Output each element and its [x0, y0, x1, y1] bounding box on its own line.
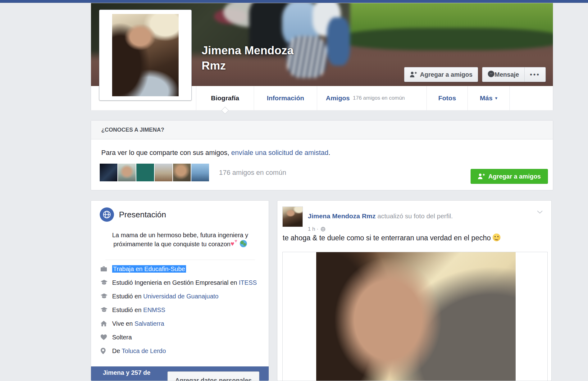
add-friend-label: Agregar a amigos: [488, 173, 541, 180]
friend-request-card-body: Para ver lo que comparte con sus amigos,…: [91, 139, 553, 190]
tab-amigos-mutual-count: 176 amigos en común: [353, 95, 405, 101]
friend-request-sentence: Para ver lo que comparte con sus amigos,…: [101, 149, 330, 157]
mutual-friends-row: 176 amigos en común: [100, 164, 286, 181]
profile-action-buttons: Agregar a amigos Mensaje •••: [404, 67, 546, 82]
active-tab-notch: [221, 107, 229, 114]
profile-name: Jimena Mendoza Rmz: [202, 43, 294, 73]
intro-item-hometown[interactable]: De Toluca de Lerdo: [91, 346, 269, 356]
intro-footer-text: Jimena y 257 de: [103, 369, 150, 376]
graduation-cap-icon: [100, 292, 108, 301]
tab-informacion[interactable]: Información: [254, 86, 317, 110]
graduation-cap-icon: [100, 278, 108, 287]
post-menu-chevron[interactable]: [537, 209, 543, 215]
post-text: te ahoga & te duele como si te enterrara…: [283, 234, 544, 242]
intro-item-education[interactable]: Estudió en Universidad de Guanajuato: [91, 292, 269, 301]
friend-request-card: ¿CONOCES A JIMENA? Para ver lo que compa…: [91, 120, 553, 190]
intro-details-list: Trabaja en Educafin-Sube Estudió Ingenie…: [91, 264, 269, 360]
add-friend-label: Agregar a amigos: [420, 71, 472, 78]
tab-informacion-label: Información: [267, 94, 304, 102]
city-link[interactable]: Salvatierra: [134, 320, 164, 327]
message-label: Mensaje: [495, 71, 519, 78]
tab-amigos[interactable]: Amigos 176 amigos en común: [317, 86, 426, 110]
add-friend-icon: [410, 71, 417, 78]
profile-picture-frame[interactable]: [99, 10, 192, 101]
messenger-icon: [488, 70, 495, 79]
mutual-friend-photo[interactable]: [173, 164, 191, 181]
profile-picture: [112, 14, 179, 96]
mutual-friend-photo[interactable]: [100, 164, 117, 181]
tab-amigos-label: Amigos: [326, 94, 350, 102]
post-author-link[interactable]: Jimena Mendoza Rmz: [308, 212, 376, 220]
post-author-avatar[interactable]: [282, 206, 303, 227]
tab-mas-label: Más: [480, 94, 493, 102]
mutual-friend-photo[interactable]: [191, 164, 209, 181]
send-friend-request-link[interactable]: envíale una solicitud de amistad: [231, 149, 328, 156]
tab-mas-dropdown[interactable]: Más ▾: [467, 86, 510, 110]
school-link[interactable]: ITESS: [239, 279, 257, 286]
tab-fotos[interactable]: Fotos: [426, 86, 467, 110]
tab-biografia[interactable]: Biografía: [196, 86, 254, 110]
add-friend-icon: [478, 173, 485, 179]
post-action-text: actualizó su foto del perfil.: [376, 212, 453, 220]
divider: [105, 260, 255, 260]
mutual-friend-photo[interactable]: [118, 164, 136, 181]
add-friend-button-green[interactable]: Agregar a amigos: [471, 169, 548, 184]
post-header: Jimena Mendoza Rmz actualizó su foto del…: [308, 212, 453, 220]
mutual-friend-photo[interactable]: [136, 164, 154, 181]
globe-emoji: [240, 240, 247, 247]
mutual-friends-count: 176 amigos en común: [219, 169, 286, 177]
school-link[interactable]: Universidad de Guanajuato: [143, 293, 218, 300]
friend-request-card-header: ¿CONOCES A JIMENA?: [91, 120, 553, 139]
post-card: Jimena Mendoza Rmz actualizó su foto del…: [277, 200, 552, 381]
chevron-down-icon: ▾: [495, 95, 498, 101]
tab-fotos-label: Fotos: [438, 94, 456, 102]
intro-item-work[interactable]: Trabaja en Educafin-Sube: [91, 264, 269, 274]
school-link[interactable]: ENMSS: [143, 306, 165, 313]
hometown-link[interactable]: Toluca de Lerdo: [122, 347, 166, 354]
confused-face-emoji: [493, 234, 500, 241]
post-photo: [316, 252, 516, 381]
privacy-globe-icon: [321, 227, 326, 232]
globe-icon: [100, 207, 114, 222]
message-button[interactable]: Mensaje: [482, 67, 524, 82]
two-hearts-emoji: ♥♥: [230, 240, 240, 247]
post-timestamp[interactable]: 1 h ·: [308, 226, 326, 232]
tab-biografia-label: Biografía: [211, 94, 239, 102]
add-friend-button[interactable]: Agregar a amigos: [404, 67, 478, 82]
graduation-cap-icon: [100, 305, 108, 315]
mutual-friend-photo[interactable]: [155, 164, 172, 181]
intro-card: Presentación La mama de un hermoso bebe,…: [91, 200, 269, 381]
location-pin-icon: [100, 346, 108, 356]
facebook-profile-page: { "colors": { "topbar_blue": "#3a5795", …: [0, 0, 588, 381]
intro-item-education[interactable]: Estudió Ingenieria en Gestión Empresaria…: [91, 278, 269, 287]
briefcase-icon: [100, 264, 108, 274]
intro-card-header: Presentación: [100, 207, 166, 222]
intro-bio-text: La mama de un hermoso bebe, futura ingen…: [100, 231, 260, 249]
intro-item-relationship[interactable]: Soltera: [91, 333, 269, 342]
intro-card-title: Presentación: [119, 210, 166, 220]
more-options-button[interactable]: •••: [524, 67, 545, 82]
intro-footer-bar: Jimena y 257 de Agregar datos personales: [91, 366, 269, 381]
friend-request-card-title: ¿CONOCES A JIMENA?: [101, 127, 164, 133]
ellipsis-icon: •••: [530, 71, 540, 78]
add-personal-details-button[interactable]: Agregar datos personales: [167, 371, 259, 381]
mutual-friends-thumbnails: [100, 164, 210, 181]
selected-text: Trabaja en Educafin-Sube: [112, 265, 186, 273]
intro-item-education[interactable]: Estudió en ENMSS: [91, 305, 269, 315]
message-button-group: Mensaje •••: [482, 67, 546, 82]
facebook-top-navbar: [0, 0, 588, 3]
post-photo-container[interactable]: [282, 252, 548, 381]
intro-item-city[interactable]: Vive en Salvatierra: [91, 319, 269, 328]
home-icon: [100, 319, 108, 328]
heart-icon: [100, 333, 108, 342]
